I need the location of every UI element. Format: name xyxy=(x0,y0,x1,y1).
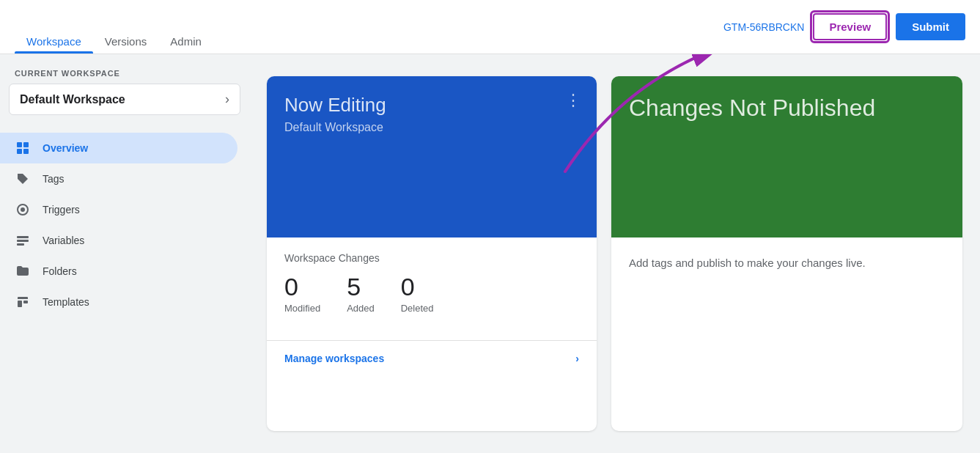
card-header-green: Changes Not Published xyxy=(611,76,962,237)
publish-description: Add tags and publish to make your change… xyxy=(629,257,866,269)
header-tabs: Workspace Versions Admin xyxy=(15,0,213,54)
sidebar-item-triggers[interactable]: Triggers xyxy=(0,194,237,225)
manage-workspaces-link[interactable]: Manage workspaces › xyxy=(267,341,597,376)
tab-versions[interactable]: Versions xyxy=(93,0,159,54)
stat-modified-number: 0 xyxy=(284,273,320,301)
current-workspace-label: CURRENT WORKSPACE xyxy=(0,69,249,84)
sidebar-item-variables[interactable]: Variables xyxy=(0,225,237,256)
manage-workspaces-arrow: › xyxy=(575,353,579,364)
tab-workspace[interactable]: Workspace xyxy=(15,0,93,54)
sidebar-item-label: Templates xyxy=(43,296,89,308)
sidebar-item-folders[interactable]: Folders xyxy=(0,256,237,287)
sidebar-item-templates[interactable]: Templates xyxy=(0,287,237,317)
svg-rect-9 xyxy=(18,301,22,307)
svg-rect-0 xyxy=(17,142,22,147)
submit-button[interactable]: Submit xyxy=(896,13,965,40)
card-workspace-name: Default Workspace xyxy=(284,121,579,134)
workspace-selector[interactable]: Default Workspace › xyxy=(9,84,240,115)
workspace-changes-title: Workspace Changes xyxy=(284,252,579,264)
svg-rect-8 xyxy=(17,243,24,246)
sidebar-item-label: Variables xyxy=(43,235,84,246)
sidebar-item-overview[interactable]: Overview xyxy=(0,133,237,163)
sidebar-item-label: Triggers xyxy=(43,204,80,216)
preview-button[interactable]: Preview xyxy=(813,13,887,40)
card-header-blue: Now Editing Default Workspace ⋮ xyxy=(267,76,597,237)
folders-icon xyxy=(15,263,31,279)
stat-added-number: 5 xyxy=(347,273,375,301)
templates-icon xyxy=(15,294,31,310)
workspace-selector-arrow: › xyxy=(225,92,229,107)
sidebar-item-label: Tags xyxy=(43,173,65,185)
stat-added: 5 Added xyxy=(347,273,375,314)
stat-added-label: Added xyxy=(347,303,375,314)
manage-workspaces-text: Manage workspaces xyxy=(284,353,384,364)
stat-deleted-label: Deleted xyxy=(401,303,434,314)
changes-not-published-label: Changes Not Published xyxy=(629,94,945,122)
gtm-id: GTM-56RBRCKN xyxy=(723,21,804,33)
overview-icon xyxy=(15,140,31,156)
now-editing-label: Now Editing xyxy=(284,94,579,117)
sidebar: CURRENT WORKSPACE Default Workspace › Ov… xyxy=(0,54,249,453)
header: Workspace Versions Admin GTM-56RBRCKN Pr… xyxy=(0,0,980,54)
svg-rect-2 xyxy=(17,149,22,154)
sidebar-item-label: Overview xyxy=(43,142,88,154)
preview-btn-wrapper: Preview xyxy=(813,13,887,40)
stat-modified: 0 Modified xyxy=(284,273,320,314)
tags-icon xyxy=(15,171,31,187)
stat-deleted-number: 0 xyxy=(401,273,434,301)
sidebar-item-tags[interactable]: Tags xyxy=(0,163,237,194)
svg-rect-1 xyxy=(23,142,29,147)
svg-rect-6 xyxy=(17,236,29,238)
workspace-card: Now Editing Default Workspace ⋮ Workspac… xyxy=(267,76,597,431)
variables-icon xyxy=(15,232,31,248)
header-actions: GTM-56RBRCKN Preview Submit xyxy=(723,13,965,40)
workspace-selector-name: Default Workspace xyxy=(20,93,125,106)
publish-card: Changes Not Published Add tags and publi… xyxy=(611,76,962,431)
content-area: Now Editing Default Workspace ⋮ Workspac… xyxy=(249,54,980,453)
svg-rect-3 xyxy=(23,149,29,154)
triggers-icon xyxy=(15,202,31,218)
svg-rect-10 xyxy=(23,301,28,303)
svg-point-5 xyxy=(21,207,25,212)
changes-stats: 0 Modified 5 Added 0 Deleted xyxy=(284,273,579,314)
stat-deleted: 0 Deleted xyxy=(401,273,434,314)
svg-rect-7 xyxy=(17,240,29,242)
sidebar-item-label: Folders xyxy=(43,265,77,277)
card-more-button[interactable]: ⋮ xyxy=(565,91,582,110)
stat-modified-label: Modified xyxy=(284,303,320,314)
nav-items: Overview Tags Triggers xyxy=(0,130,249,320)
main-layout: CURRENT WORKSPACE Default Workspace › Ov… xyxy=(0,54,980,453)
card-right-body: Add tags and publish to make your change… xyxy=(611,237,962,290)
card-body: Workspace Changes 0 Modified 5 Added 0 D… xyxy=(267,237,597,340)
tab-admin[interactable]: Admin xyxy=(158,0,213,54)
